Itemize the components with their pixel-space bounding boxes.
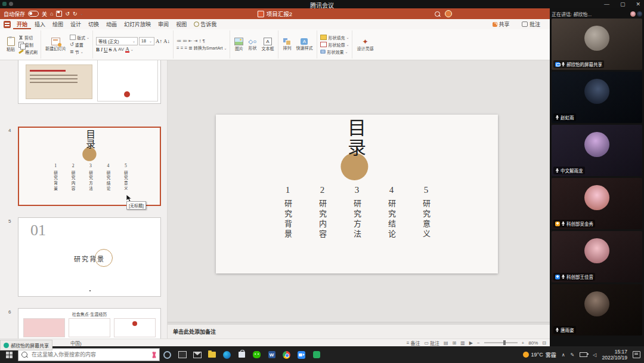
underline-icon[interactable]: U <box>104 47 108 53</box>
tab-insert[interactable]: 插入 <box>31 19 49 29</box>
wechat-button[interactable] <box>249 346 264 363</box>
font-size-combobox[interactable]: 18⌄ <box>139 37 154 45</box>
account-avatar[interactable] <box>445 10 452 17</box>
text-direction-icon[interactable]: ¶ <box>202 38 205 44</box>
paste-button[interactable]: 粘贴 <box>5 36 16 53</box>
bullets-icon[interactable]: ≔ <box>177 38 181 44</box>
qat-chevron-icon[interactable]: ⌄ <box>80 8 83 19</box>
picture-button[interactable]: 图片 <box>233 37 244 52</box>
reset-button[interactable]: ↺重置 <box>70 42 89 48</box>
participant-tile[interactable]: 科创部王佳音 <box>552 231 642 282</box>
decrease-indent-icon[interactable]: ⇤ <box>188 38 193 44</box>
tab-review[interactable]: 审阅 <box>154 19 172 29</box>
minimize-icon[interactable]: — <box>604 0 609 8</box>
section-button[interactable]: ≣节⌄ <box>70 49 89 55</box>
slide-thumbnail-4-selected[interactable]: 目 录 1研究背景 2研究内容 3研究方法 4研究结论 5研究意义 <box>18 127 161 206</box>
zoom-level[interactable]: 80% <box>528 340 538 346</box>
slide-thumbnail-6[interactable]: 社会焦点·生涯经历 <box>18 308 161 339</box>
font-color-icon[interactable]: A <box>125 47 129 53</box>
slide-thumbnail-3[interactable] <box>18 60 161 104</box>
participant-tile[interactable]: 赵虹雨 <box>552 72 642 123</box>
meeting-menu-icon[interactable] <box>9 2 13 6</box>
meeting-app-button[interactable] <box>294 346 309 363</box>
zoom-in-icon[interactable]: + <box>522 340 525 346</box>
tab-home[interactable]: 开始 <box>13 19 31 29</box>
slideshow-icon[interactable]: ▶ <box>469 340 473 346</box>
participant-tile[interactable]: 郝欣怡的屏幕共享 <box>552 19 642 70</box>
normal-view-icon[interactable]: ▤ <box>444 340 448 346</box>
taskbar-clock[interactable]: 15:17 2022/10/19 <box>602 349 627 361</box>
volume-icon[interactable]: ◁ <box>593 352 596 358</box>
file-explorer-button[interactable] <box>205 346 219 363</box>
tab-view[interactable]: 视图 <box>172 19 190 29</box>
shapes-button[interactable]: ◇○ 形状 <box>247 38 258 51</box>
toc-items[interactable]: 1研究背景 2研究内容 3研究方法 4研究结论 5研究意义 <box>216 185 498 240</box>
task-view-button[interactable] <box>175 346 190 363</box>
notes-pane[interactable]: 单击此处添加备注 <box>168 325 550 339</box>
mail-button[interactable] <box>190 346 205 363</box>
shape-effects-button[interactable]: 形状效果⌄ <box>320 49 349 55</box>
shape-fill-button[interactable]: 形状填充⌄ <box>320 35 349 41</box>
notes-toggle[interactable]: ≡备注 <box>407 340 420 346</box>
current-slide[interactable]: 目 录 1研究背景 2研究内容 3研究方法 4研究结论 5研究意义 <box>216 115 498 273</box>
tab-tellme[interactable]: 告诉我 <box>190 19 220 29</box>
cut-button[interactable]: 剪切 <box>18 35 38 41</box>
italic-icon[interactable]: I <box>101 47 103 53</box>
file-menu-icon[interactable] <box>4 21 11 28</box>
tab-slideshow[interactable]: 幻灯片放映 <box>120 19 154 29</box>
green-app-button[interactable] <box>309 346 324 363</box>
screen-share-toast[interactable]: 郝欣怡的屏幕共享 <box>0 340 52 350</box>
slide-canvas[interactable]: 目 录 1研究背景 2研究内容 3研究方法 4研究结论 5研究意义 <box>168 60 550 322</box>
tab-design[interactable]: 设计 <box>67 19 85 29</box>
tab-animations[interactable]: 动画 <box>103 19 120 29</box>
store-button[interactable] <box>234 346 249 363</box>
tab-draw[interactable]: 绘图 <box>49 19 67 29</box>
comments-button[interactable]: 批注 <box>518 19 544 29</box>
text-shadow-icon[interactable]: A <box>113 47 117 53</box>
character-spacing-icon[interactable]: AV <box>118 47 124 52</box>
slide-sorter-icon[interactable]: ⊞ <box>453 340 457 346</box>
align-left-icon[interactable]: ≡ <box>177 45 179 51</box>
maximize-icon[interactable]: ▢ <box>620 0 626 8</box>
comments-toggle[interactable]: ▭批注 <box>424 340 439 346</box>
battery-icon[interactable] <box>580 352 587 357</box>
copy-button[interactable]: 复制 <box>18 42 38 48</box>
close-icon[interactable]: ✕ <box>636 0 640 8</box>
slide-thumbnail-5[interactable]: 01 研究背景 <box>18 217 161 297</box>
format-painter-button[interactable]: 格式刷 <box>18 49 38 55</box>
quick-styles-button[interactable]: 快速样式 <box>295 38 314 51</box>
font-name-combobox[interactable]: 等线 (正文)⌄ <box>96 37 138 45</box>
zoom-out-icon[interactable]: − <box>477 340 480 346</box>
pen-icon[interactable]: ✎ <box>571 352 575 358</box>
layout-button[interactable]: 版式⌄ <box>70 35 89 41</box>
strikethrough-icon[interactable]: S <box>109 47 112 53</box>
new-slide-button[interactable]: 新建幻灯片 <box>44 37 67 52</box>
search-icon[interactable] <box>435 11 440 17</box>
action-center-icon[interactable] <box>633 351 640 358</box>
font-color-chevron-icon[interactable]: ⌄ <box>131 47 134 51</box>
chrome-button[interactable] <box>279 346 294 363</box>
participant-tile[interactable]: 唐雨姿 <box>552 284 642 336</box>
weather-widget[interactable]: 19°C 雾霾 <box>523 351 556 359</box>
align-right-icon[interactable]: ≡ <box>184 45 187 51</box>
search-input[interactable] <box>30 351 148 358</box>
undo-icon[interactable]: ↺ <box>65 8 70 19</box>
home-icon[interactable]: ⌂ <box>50 8 53 19</box>
smartart-button[interactable]: 转换为SmartArt <box>194 45 223 51</box>
grow-font-icon[interactable]: A↑ <box>156 38 162 44</box>
slide-thumbnail-panel[interactable]: 4 目 录 1研究背景 2研究内容 3研究方法 4研究结论 <box>0 60 168 339</box>
shape-outline-button[interactable]: 形状轮廓⌄ <box>320 42 349 48</box>
zoom-slider[interactable] <box>484 342 518 343</box>
word-button[interactable] <box>264 346 279 363</box>
numbering-icon[interactable]: ≕ <box>182 38 187 44</box>
fit-to-window-icon[interactable]: ⊡ <box>542 340 546 346</box>
tab-transitions[interactable]: 切换 <box>85 19 103 29</box>
save-icon[interactable] <box>56 11 62 17</box>
bold-icon[interactable]: B <box>96 47 100 53</box>
participant-tile[interactable]: 科创部吴金秀 <box>552 178 642 229</box>
hidden-icons-chevron[interactable]: ∧ <box>562 352 565 358</box>
shrink-font-icon[interactable]: A↓ <box>163 38 170 44</box>
align-center-icon[interactable]: ≡ <box>181 45 184 51</box>
arrange-button[interactable]: 排列 <box>281 38 292 51</box>
increase-indent-icon[interactable]: ⇥ <box>194 38 198 44</box>
